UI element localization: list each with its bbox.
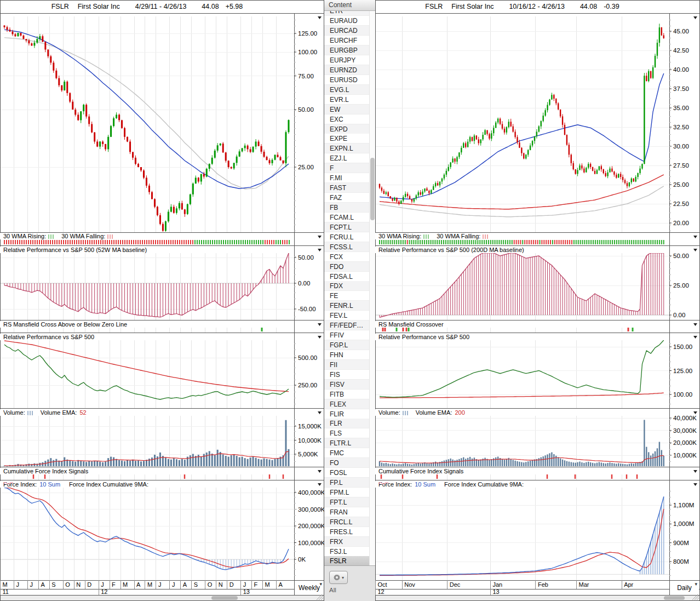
symbol-row[interactable]: FLIR bbox=[324, 409, 369, 419]
left-chart-column: 125.00100.0075.0050.0025.0050.000.00-50.… bbox=[0, 0, 324, 601]
left-chart-canvas[interactable]: 125.00100.0075.0050.0025.0050.000.00-50.… bbox=[0, 0, 324, 601]
symbol-row[interactable]: EXPN.L bbox=[324, 144, 369, 153]
red-ticks-icon bbox=[483, 234, 488, 239]
symbol-row[interactable]: FB bbox=[324, 203, 369, 213]
symbol-row[interactable]: EURAUD bbox=[324, 16, 369, 26]
symbol-row[interactable]: EXPD bbox=[324, 124, 369, 134]
symbol-row[interactable]: FLTR.L bbox=[324, 438, 369, 448]
company-name: First Solar Inc bbox=[451, 3, 494, 10]
month-label: A bbox=[136, 581, 141, 588]
axis-label: 500.00 bbox=[298, 354, 317, 361]
symbol-row[interactable]: EURGBP bbox=[324, 45, 369, 55]
right-chart-canvas[interactable]: 45.0042.5040.0037.5035.0032.5030.0027.50… bbox=[375, 0, 700, 601]
symbol-row[interactable]: FCSS.L bbox=[324, 242, 369, 252]
scrollbar-thumb[interactable] bbox=[370, 158, 375, 220]
symbol-row[interactable]: FAZ bbox=[324, 193, 369, 203]
symbol-row[interactable]: FFIV bbox=[324, 330, 369, 340]
month-label: O bbox=[208, 581, 213, 588]
chevron-down-icon: ▾ bbox=[319, 581, 322, 587]
symbol-row[interactable]: FEV.L bbox=[324, 311, 369, 320]
symbol-row[interactable]: FCAM.L bbox=[324, 213, 369, 222]
axis-label: 35.00 bbox=[673, 105, 689, 111]
year-label: 12 bbox=[378, 588, 385, 595]
symbol-row[interactable]: FOSL bbox=[324, 468, 369, 478]
h-scrollbar-thumb[interactable] bbox=[664, 596, 685, 600]
symbol-row[interactable]: EW bbox=[324, 105, 369, 115]
symbol-row[interactable]: EURUSD bbox=[324, 75, 369, 85]
symbol-row[interactable]: EURCHF bbox=[324, 36, 369, 45]
symbol-row[interactable]: ETR bbox=[324, 11, 369, 16]
wma-rising-label: 30 WMA Rising: bbox=[3, 233, 46, 239]
month-label: D bbox=[229, 581, 234, 588]
symbol-row[interactable]: FLEX bbox=[324, 399, 369, 409]
symbol-row[interactable]: FRCL.L bbox=[324, 517, 369, 527]
wma-legend: 30 WMA Rising:30 WMA Falling: bbox=[0, 233, 294, 239]
h-scrollbar-thumb[interactable] bbox=[211, 596, 238, 600]
symbol-row[interactable]: FDX bbox=[324, 281, 369, 291]
month-label: M bbox=[3, 581, 8, 588]
symbol-row[interactable]: FIS bbox=[324, 370, 369, 380]
month-label: M bbox=[123, 581, 128, 588]
symbol-row[interactable]: FLR bbox=[324, 419, 369, 428]
symbol-row[interactable]: FO bbox=[324, 458, 369, 468]
symbol-row[interactable]: FRAN bbox=[324, 507, 369, 517]
volume-ema-period: 200 bbox=[455, 409, 464, 416]
axis-label: 300,000K bbox=[298, 506, 324, 513]
right-chart-column: 45.0042.5040.0037.5035.0032.5030.0027.50… bbox=[375, 0, 700, 601]
symbol-row[interactable]: FII bbox=[324, 360, 369, 370]
symbol-row[interactable]: FF/FEDF… bbox=[324, 320, 369, 330]
wma-legend: 30 WMA Rising:30 WMA Falling: bbox=[375, 233, 669, 239]
symbol-row[interactable]: EZJ.L bbox=[324, 153, 369, 163]
year-label: 11 bbox=[3, 588, 9, 595]
timeframe-select[interactable]: Weekly ▾ bbox=[295, 581, 324, 594]
symbol-row[interactable]: EVG.L bbox=[324, 85, 369, 95]
symbol-row[interactable]: FSLR bbox=[324, 556, 369, 565]
axis-label: 45.00 bbox=[673, 28, 689, 35]
symbol-row[interactable]: EURJPY bbox=[324, 55, 369, 65]
month-label: M bbox=[147, 581, 152, 588]
symbol-row[interactable]: FE bbox=[324, 291, 369, 301]
symbol-row[interactable]: EVR.L bbox=[324, 95, 369, 105]
symbol-row[interactable]: FCX bbox=[324, 252, 369, 262]
symbol-row[interactable]: EXC bbox=[324, 115, 369, 124]
date-range: 10/16/12 - 4/26/13 bbox=[509, 3, 564, 10]
axis-label: 150.00 bbox=[673, 344, 692, 350]
symbol-row[interactable]: FSJ.L bbox=[324, 547, 369, 557]
symbol-row[interactable]: EURNZD bbox=[324, 65, 369, 75]
volume-ema-label: Volume EMA: bbox=[416, 409, 452, 416]
symbol-row[interactable]: EXPE bbox=[324, 134, 369, 144]
symbol-row[interactable]: FHN bbox=[324, 350, 369, 360]
symbol-row[interactable]: FGP.L bbox=[324, 340, 369, 350]
symbol-row[interactable]: FRES.L bbox=[324, 527, 369, 537]
timeframe-value: Weekly bbox=[299, 584, 320, 592]
wma-rising-label: 30 WMA Rising: bbox=[378, 233, 421, 239]
symbol-row[interactable]: FPM.L bbox=[324, 488, 369, 497]
symbol-row[interactable]: FENR.L bbox=[324, 301, 369, 311]
force-index-legend: Force Index:10 SumForce Index Cumulative… bbox=[0, 481, 294, 488]
symbol-row[interactable]: FCPT.L bbox=[324, 222, 369, 232]
symbol-row[interactable]: EURCAD bbox=[324, 26, 369, 36]
symbol-row[interactable]: FAST bbox=[324, 183, 369, 193]
symbol-row[interactable]: FITB bbox=[324, 390, 369, 399]
timeframe-select[interactable]: Daily ▾ bbox=[670, 581, 699, 594]
symbol-row[interactable]: FPT.L bbox=[324, 497, 369, 507]
symbol-row[interactable]: F bbox=[324, 163, 369, 173]
month-label: J bbox=[101, 581, 104, 588]
symbol-row[interactable]: FDSA.L bbox=[324, 272, 369, 282]
axis-label: 0.00 bbox=[673, 312, 685, 318]
symbol-row[interactable]: FDO bbox=[324, 262, 369, 272]
month-label: F bbox=[254, 581, 258, 588]
axis-label: 100.00 bbox=[673, 391, 692, 398]
symbol-row[interactable]: FCRU.L bbox=[324, 232, 369, 242]
symbol-row[interactable]: FMC bbox=[324, 448, 369, 458]
ma-line-swatch-icon bbox=[3, 481, 14, 485]
sidebar-scrollbar[interactable] bbox=[369, 11, 375, 565]
symbol-row[interactable]: FRX bbox=[324, 537, 369, 547]
month-label: N bbox=[219, 581, 223, 588]
symbol-row[interactable]: FISV bbox=[324, 380, 369, 390]
symbol-row[interactable]: FLS bbox=[324, 428, 369, 438]
symbol-row[interactable]: FP.L bbox=[324, 478, 369, 488]
symbol-row[interactable]: F.MI bbox=[324, 173, 369, 183]
month-label: J bbox=[158, 581, 162, 588]
gear-menu-button[interactable]: ▾ bbox=[329, 571, 348, 584]
